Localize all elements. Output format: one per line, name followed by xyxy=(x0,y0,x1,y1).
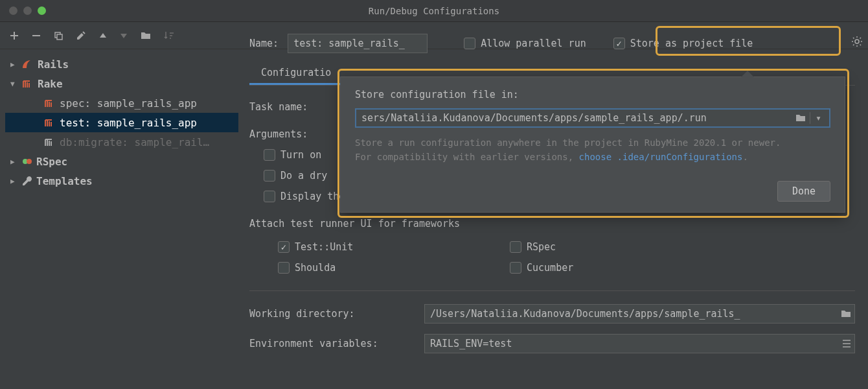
tab-configuration[interactable]: Configuratio xyxy=(249,62,343,85)
config-name-input[interactable] xyxy=(288,34,428,53)
popup-hint: Store a run configuration anywhere in th… xyxy=(355,136,830,165)
checkbox-icon xyxy=(278,241,290,253)
sort-icon[interactable] xyxy=(158,27,180,44)
tree-item-dbmigrate[interactable]: db:migrate: sample_rail… xyxy=(5,132,238,152)
env-vars-input[interactable] xyxy=(424,334,855,353)
settings-icon[interactable] xyxy=(70,27,92,45)
checkbox-icon xyxy=(464,38,475,49)
env-label: Environment variables: xyxy=(249,338,424,349)
env-vars-row: Environment variables: xyxy=(249,334,855,353)
move-down-icon[interactable] xyxy=(114,29,133,43)
fw-label: Cucumber xyxy=(527,262,573,274)
popup-title: Store configuration file in: xyxy=(355,89,830,100)
divider xyxy=(249,290,855,291)
svg-point-2 xyxy=(855,40,859,43)
wrench-icon xyxy=(22,176,32,186)
allow-parallel-checkbox[interactable]: Allow parallel run xyxy=(464,38,586,49)
add-icon[interactable] xyxy=(4,27,25,44)
popup-hint-link[interactable]: choose .idea/runConfigurations xyxy=(579,152,743,162)
chevron-right-icon: ▶ xyxy=(10,60,18,69)
tree-node-templates[interactable]: ▶ Templates xyxy=(5,171,238,191)
tree-label: RSpec xyxy=(36,156,67,168)
svg-rect-1 xyxy=(57,34,62,40)
turn-on-label: Turn on xyxy=(280,149,321,161)
store-as-project-file-checkbox[interactable]: Store as project file xyxy=(613,38,753,49)
list-icon[interactable] xyxy=(842,339,851,348)
name-row: Name: Allow parallel run Store as projec… xyxy=(249,32,862,54)
tree-label: test: sample_rails_app xyxy=(60,117,197,129)
chevron-down-icon[interactable]: ▾ xyxy=(810,112,827,124)
rake-icon xyxy=(44,118,56,127)
titlebar: Run/Debug Configurations xyxy=(0,0,868,22)
chevron-right-icon: ▶ xyxy=(10,158,18,166)
chevron-right-icon: ▶ xyxy=(10,177,18,185)
tree-label: db:migrate: sample_rail… xyxy=(60,136,209,148)
gear-icon[interactable] xyxy=(851,36,863,47)
rake-icon xyxy=(22,79,34,88)
tree-label: spec: sample_rails_app xyxy=(60,97,197,110)
tree-label: Rails xyxy=(38,58,69,71)
folder-icon[interactable] xyxy=(841,309,851,318)
fw-label: Shoulda xyxy=(295,262,336,274)
working-directory-input[interactable] xyxy=(424,304,855,324)
done-button[interactable]: Done xyxy=(777,181,830,202)
config-tree: ▶ Rails ▼ Rake spec: sample_rails_app te… xyxy=(5,54,238,389)
frameworks-grid: Test::Unit RSpec Shoulda Cucumber xyxy=(249,241,742,274)
move-up-icon[interactable] xyxy=(93,29,113,43)
tree-node-rspec[interactable]: ▶ RSpec xyxy=(5,152,238,171)
maximize-window-icon[interactable] xyxy=(38,6,46,15)
minimize-window-icon[interactable] xyxy=(23,6,32,15)
popup-hint-line2a: For compatibility with earlier versions, xyxy=(355,152,579,162)
checkbox-icon xyxy=(264,191,275,202)
name-label: Name: xyxy=(249,38,279,49)
tree-node-rake[interactable]: ▼ Rake xyxy=(5,74,238,93)
checkbox-icon xyxy=(278,262,290,274)
window-controls xyxy=(0,6,46,15)
tree-label: Rake xyxy=(38,78,63,90)
framework-rspec[interactable]: RSpec xyxy=(510,241,742,253)
fw-label: RSpec xyxy=(527,241,556,253)
fw-label: Test::Unit xyxy=(295,241,353,253)
popup-hint-line1: Store a run configuration anywhere in th… xyxy=(355,137,781,148)
rails-icon xyxy=(22,60,34,69)
wd-label: Working directory: xyxy=(249,308,424,320)
attach-frameworks-label: Attach test runner UI for frameworks xyxy=(249,218,855,230)
rake-icon xyxy=(44,137,56,147)
popup-path-field[interactable]: ▾ xyxy=(355,108,830,128)
close-window-icon[interactable] xyxy=(9,6,17,15)
framework-testunit[interactable]: Test::Unit xyxy=(278,241,510,253)
checkbox-icon xyxy=(510,262,521,274)
rake-icon xyxy=(44,99,56,108)
popup-hint-line2b: . xyxy=(742,152,748,162)
chevron-down-icon: ▼ xyxy=(10,80,18,88)
checkbox-icon xyxy=(613,38,625,49)
store-location-popup: Store configuration file in: ▾ Store a r… xyxy=(340,77,845,213)
store-file-label: Store as project file xyxy=(630,38,753,49)
checkbox-icon xyxy=(264,170,275,182)
framework-cucumber[interactable]: Cucumber xyxy=(510,262,742,274)
remove-icon[interactable] xyxy=(26,27,47,44)
popup-path-input[interactable] xyxy=(361,112,792,124)
copy-icon[interactable] xyxy=(48,27,69,44)
folder-icon[interactable] xyxy=(795,113,806,123)
tree-item-spec[interactable]: spec: sample_rails_app xyxy=(5,93,238,113)
checkbox-icon xyxy=(264,149,275,161)
tree-node-rails[interactable]: ▶ Rails xyxy=(5,54,238,74)
dry-run-label: Do a dry xyxy=(280,170,327,182)
tree-item-test[interactable]: test: sample_rails_app xyxy=(5,113,238,132)
allow-parallel-label: Allow parallel run xyxy=(481,38,586,49)
folder-icon[interactable] xyxy=(135,27,157,44)
framework-shoulda[interactable]: Shoulda xyxy=(278,262,510,274)
window-title: Run/Debug Configurations xyxy=(369,6,499,16)
working-directory-row: Working directory: xyxy=(249,304,855,324)
rspec-icon xyxy=(22,156,32,167)
svg-point-4 xyxy=(27,159,32,164)
checkbox-icon xyxy=(510,241,521,253)
tree-label: Templates xyxy=(36,175,93,187)
